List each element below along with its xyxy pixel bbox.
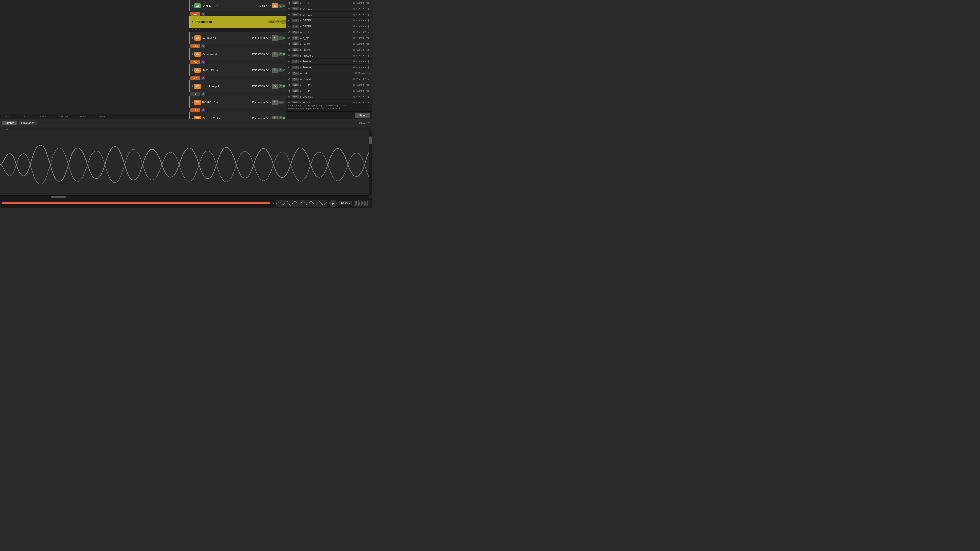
track-22-solo[interactable]: S [278,4,283,8]
track-22-btnc[interactable]: C [201,12,205,16]
track-27-vol[interactable]: 0 [190,92,200,96]
rp-1-play[interactable]: ▶ [300,7,302,10]
rp-3-refresh[interactable]: ↺ [287,18,291,22]
rp-8-refresh[interactable]: ↺ [287,48,291,52]
rp-3-play[interactable]: ▶ [300,19,302,22]
rp-10-play[interactable]: ▶ [300,60,302,63]
track-24-btnc[interactable]: C [201,44,205,48]
rp-6-edit[interactable]: Edit [292,37,299,40]
rp-1-refresh[interactable]: ↺ [287,6,291,11]
rp-1-edit[interactable]: Edit [292,7,299,10]
track-28-btnc[interactable]: C [201,108,205,112]
rp-5-edit[interactable]: Edit [292,30,299,34]
rp-0-edit[interactable]: Edit [292,1,299,4]
rp-4-refresh[interactable]: ↺ [287,24,291,28]
rp-13-edit[interactable]: Edit [292,78,299,81]
track-28-vol[interactable]: -10.1 [190,108,200,112]
track-26-solo[interactable]: S [278,68,283,72]
rp-4-play[interactable]: ▶ [300,25,302,28]
zoom-dropdown[interactable]: ▾ [368,121,369,124]
footer-progress[interactable] [2,202,270,204]
track-29-route[interactable]: Percussion [251,117,269,119]
track-28-solo[interactable]: S [278,100,283,104]
track-24-vol[interactable]: -14.0 [190,44,200,48]
rp-12-play[interactable]: ▶ [300,72,302,75]
save-button[interactable]: Save [355,113,369,118]
rp-14-refresh[interactable]: ↺ [287,83,291,87]
rp-13-refresh[interactable]: ↺ [287,77,291,81]
track-26-btnc[interactable]: C [201,76,205,80]
track-27-solo[interactable]: S [278,84,283,88]
rp-15-refresh[interactable]: ↺ [287,89,291,93]
rp-17-refresh[interactable]: ↺ [287,100,291,103]
rp-0-refresh[interactable]: ↺ [287,1,291,5]
rp-8-edit[interactable]: Edit [292,48,299,51]
rp-15-play[interactable]: ▶ [300,89,302,92]
rp-5-play[interactable]: ▶ [300,31,302,34]
scroll-h[interactable] [0,195,369,198]
rp-2-refresh[interactable]: ↺ [287,13,291,17]
rp-14-play[interactable]: ▶ [300,84,302,86]
track-22-arrow[interactable]: ▼ [190,4,194,7]
rp-2-edit[interactable]: Edit [292,13,299,16]
rp-17-edit[interactable]: Edit [292,101,299,103]
track-22-route[interactable]: Main [258,4,269,7]
rp-11-refresh[interactable]: ↺ [287,65,291,69]
track-28-route[interactable]: Percussion [251,100,269,104]
scroll-v-thumb[interactable] [369,137,372,144]
tab-sample[interactable]: Sample [2,121,17,125]
rp-7-edit[interactable]: Edit [292,42,299,45]
rp-0-play[interactable]: ▶ [300,2,302,4]
track-28-arrow[interactable]: ▼ [190,101,194,103]
track-27-btnc[interactable]: C [201,92,205,96]
track-24-arrow[interactable]: ▼ [190,37,194,39]
track-22-vol[interactable]: -9.0 [190,12,200,16]
rp-2-play[interactable]: ▶ [300,13,302,16]
waveform-display[interactable] [0,131,372,198]
rp-9-refresh[interactable]: ↺ [287,54,291,58]
rp-12-edit[interactable]: Edit [292,72,299,75]
perc-route[interactable]: Main [268,20,280,24]
rp-16-play[interactable]: ▶ [300,95,302,98]
rp-14-edit[interactable]: Edit [292,83,299,86]
rp-7-play[interactable]: ▶ [300,43,302,45]
rp-10-edit[interactable]: Edit [292,60,299,63]
scroll-h-thumb[interactable] [51,196,66,198]
rp-3-edit[interactable]: Edit [292,19,299,22]
rp-5-refresh[interactable]: ↺ [287,30,291,34]
rp-12-refresh[interactable]: ↺ [287,71,291,75]
rp-9-play[interactable]: ▶ [300,54,302,57]
track-26-vol[interactable]: -4.0 [190,76,200,80]
footer-play-button[interactable]: ▶ [329,200,337,207]
rp-7-refresh[interactable]: ↺ [287,42,291,46]
rp-11-edit[interactable]: Edit [292,66,299,69]
rp-15-edit[interactable]: Edit [292,89,299,92]
track-25-route[interactable]: Percussion [251,52,269,56]
track-29-solo[interactable]: S [278,116,283,119]
track-25-solo[interactable]: S [278,52,283,56]
track-24-solo[interactable]: S [278,36,283,40]
rp-11-play[interactable]: ▶ [300,66,302,69]
rp-4-edit[interactable]: Edit [292,25,299,28]
rp-6-refresh[interactable]: ↺ [287,36,291,40]
scroll-v[interactable] [369,131,372,195]
rp-8-play[interactable]: ▶ [300,48,302,51]
track-25-btnc[interactable]: C [201,60,205,64]
track-25-vol[interactable]: -4.0 [190,60,200,64]
track-29-arrow[interactable]: ▼ [190,117,194,119]
rp-16-refresh[interactable]: ↺ [287,95,291,99]
rp-9-edit[interactable]: Edit [292,54,299,57]
track-26-arrow[interactable]: ▼ [190,68,194,71]
right-panel-scroll[interactable]: ↺ Edit ▶ DPTE ... Current Proj... ↺ Edit… [286,0,372,103]
tab-envelopes[interactable]: Envelopes [19,121,37,125]
track-26-route[interactable]: Percussion [251,68,269,72]
track-25-arrow[interactable]: ▼ [190,52,194,56]
rp-10-refresh[interactable]: ↺ [287,59,291,64]
perc-solo[interactable]: S [282,20,286,24]
rp-6-play[interactable]: ▶ [300,37,302,40]
track-27-arrow[interactable]: ▼ [190,85,194,87]
rp-13-play[interactable]: ▶ [300,78,302,81]
perc-arrow[interactable]: ▼ [190,21,194,23]
rp-16-edit[interactable]: Edit [292,95,299,98]
track-24-route[interactable]: Percussion [251,36,269,40]
